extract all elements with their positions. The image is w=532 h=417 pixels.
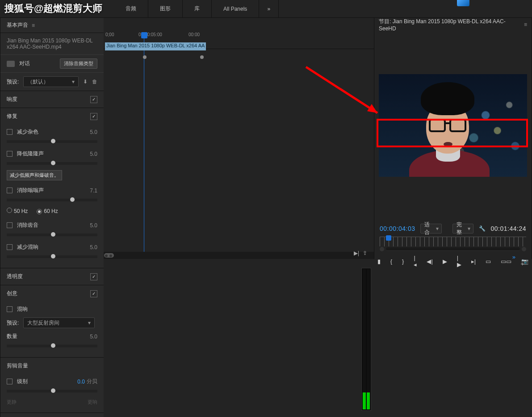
- loudness-toggle[interactable]: ✓: [90, 96, 97, 103]
- go-to-in-icon[interactable]: |◂: [414, 254, 417, 268]
- program-scrollbar[interactable]: [386, 247, 520, 251]
- preset-download-icon[interactable]: ⬇: [83, 79, 88, 85]
- app-logo-icon: [457, 0, 469, 6]
- tab-audio[interactable]: 音频: [114, 0, 148, 17]
- mark-out-icon[interactable]: }: [402, 258, 404, 265]
- level-checkbox[interactable]: [7, 379, 13, 384]
- section-clip-volume[interactable]: 剪辑音量: [7, 362, 28, 370]
- section-creative[interactable]: 创意: [7, 290, 17, 297]
- video-subject: [401, 83, 495, 177]
- extract-icon[interactable]: ▭▭: [501, 258, 511, 265]
- preset-select[interactable]: （默认）: [23, 76, 79, 87]
- reduce-rumble-checkbox[interactable]: [7, 151, 13, 157]
- essential-sound-panel: 基本声音 ≡ Jian Bing Man 2015 1080p WEB-DL x…: [0, 18, 104, 417]
- preset-label: 预设:: [7, 78, 19, 86]
- program-monitor: 节目: Jian Bing Man 2015 1080p WEB-DL x264…: [374, 18, 532, 259]
- level-label: 级别: [17, 378, 28, 385]
- reduce-rumble-value[interactable]: 5.0: [90, 151, 97, 157]
- level-value[interactable]: 0.0: [77, 379, 85, 385]
- dereverb-label: 减少混响: [17, 243, 38, 251]
- clarity-toggle[interactable]: ✓: [90, 273, 97, 280]
- zoom-select[interactable]: 适合: [420, 224, 441, 234]
- add-marker-icon[interactable]: ▮: [377, 258, 381, 265]
- tab-all-panels[interactable]: All Panels: [212, 0, 259, 17]
- dereverb-slider[interactable]: [7, 255, 97, 258]
- program-playhead-icon[interactable]: [386, 235, 391, 241]
- deess-slider[interactable]: [7, 234, 97, 236]
- section-repair[interactable]: 修复: [7, 113, 17, 120]
- quality-select[interactable]: 完整: [452, 224, 473, 234]
- ess-title: 基本声音: [7, 21, 28, 29]
- go-to-out-icon[interactable]: ▸|: [471, 258, 476, 265]
- lift-icon[interactable]: ▭: [486, 258, 491, 265]
- panel-menu-icon[interactable]: ≡: [32, 22, 35, 29]
- source-panel: 0;00 00;00:05:00 00:00 Jian Bing Man 201…: [104, 18, 374, 259]
- clear-audio-type-button[interactable]: 清除音频类型: [60, 58, 97, 69]
- source-playhead-line: [144, 38, 144, 259]
- reduce-rumble-slider[interactable]: [7, 162, 97, 165]
- amount-label: 数量: [7, 333, 17, 340]
- reverb-label: 混响: [17, 305, 28, 313]
- dereverb-value[interactable]: 5.0: [90, 244, 97, 250]
- dehum-checkbox[interactable]: [7, 188, 13, 193]
- amount-slider[interactable]: [7, 345, 97, 347]
- settings-icon[interactable]: 🔧: [479, 225, 486, 232]
- quieter-label: 更静: [7, 399, 17, 405]
- preset-trash-icon[interactable]: 🗑: [92, 79, 97, 85]
- louder-label: 更响: [88, 399, 97, 405]
- marker-dot-icon[interactable]: [143, 55, 147, 59]
- audio-type-dialog: 对话: [19, 60, 30, 67]
- tab-overflow-icon[interactable]: [259, 0, 279, 17]
- reduce-rumble-label: 降低隆隆声: [17, 150, 44, 158]
- program-ruler[interactable]: [380, 237, 526, 246]
- reverb-preset-select[interactable]: 大型反射房间: [23, 317, 95, 328]
- section-clarity[interactable]: 透明度: [7, 273, 23, 280]
- repair-toggle[interactable]: ✓: [90, 113, 97, 120]
- rumble-tooltip: 减少低频声和爆破音。: [7, 170, 62, 180]
- reverb-preset-label: 预设:: [7, 319, 19, 327]
- hz50-radio[interactable]: 50 Hz: [7, 208, 28, 214]
- marker-dot-icon[interactable]: [200, 55, 204, 59]
- level-unit: 分贝: [87, 378, 97, 385]
- source-playhead-icon[interactable]: [141, 32, 147, 38]
- reduce-noise-slider[interactable]: [7, 140, 97, 143]
- section-loudness[interactable]: 响度: [7, 96, 17, 103]
- video-preview[interactable]: [379, 74, 527, 177]
- reduce-noise-label: 减少杂色: [17, 128, 38, 136]
- source-ruler[interactable]: 0;00 00;00:05:00 00:00 Jian Bing Man 201…: [104, 18, 374, 49]
- source-clip-bar[interactable]: Jian Bing Man 2015 1080p WEB-DL x264 AA: [105, 42, 206, 50]
- dehum-label: 消除嗡嗡声: [17, 187, 44, 194]
- duration-timecode: 00:01:44:24: [491, 225, 526, 232]
- step-fwd-icon[interactable]: |▶: [457, 254, 461, 268]
- current-timecode[interactable]: 00:00:04:03: [380, 225, 415, 232]
- panel-menu-icon[interactable]: ≡: [524, 21, 527, 28]
- deess-label: 消除齿音: [17, 221, 38, 229]
- level-slider[interactable]: [7, 390, 97, 392]
- tab-library[interactable]: 库: [183, 0, 212, 17]
- mark-in-icon[interactable]: {: [390, 258, 392, 265]
- transport-overflow-icon[interactable]: [512, 254, 515, 260]
- step-back-icon[interactable]: ◀|: [427, 258, 432, 265]
- reverb-checkbox[interactable]: [7, 306, 13, 312]
- ess-selected-file: Jian Bing Man 2015 1080p WEB-DL x264 AAC…: [0, 33, 104, 55]
- source-scrollbar[interactable]: [104, 252, 374, 259]
- dehum-value[interactable]: 7.1: [90, 188, 97, 194]
- button-editor-icon[interactable]: ＋: [519, 260, 525, 268]
- watermark-text: 搜狐号@超燃混剪大师: [4, 2, 102, 15]
- loop-icon[interactable]: ▶|: [354, 250, 359, 256]
- dereverb-checkbox[interactable]: [7, 244, 13, 250]
- dialog-chip-icon: [7, 61, 15, 67]
- reduce-noise-checkbox[interactable]: [7, 129, 13, 135]
- deess-value[interactable]: 5.0: [90, 222, 97, 229]
- audio-meter: [361, 268, 371, 411]
- creative-toggle[interactable]: ✓: [90, 290, 97, 297]
- tab-graphics[interactable]: 图形: [148, 0, 183, 17]
- hz60-radio[interactable]: 60 Hz: [37, 208, 58, 214]
- deess-checkbox[interactable]: [7, 222, 13, 228]
- export-icon[interactable]: ⇪: [363, 250, 367, 256]
- src-tick: 0;00: [105, 32, 114, 37]
- dehum-slider[interactable]: [7, 199, 97, 201]
- reduce-noise-value[interactable]: 5.0: [90, 129, 97, 135]
- play-icon[interactable]: ▶: [443, 258, 447, 265]
- amount-value[interactable]: 5.0: [90, 334, 97, 340]
